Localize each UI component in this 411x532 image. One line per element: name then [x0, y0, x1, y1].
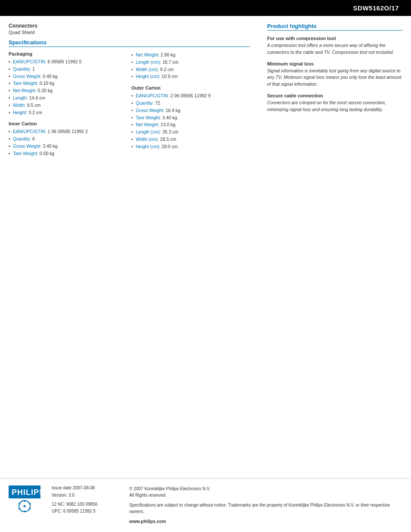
- spec-label: Gross Weight:: [13, 74, 41, 79]
- spec-label: Gross Weight:: [136, 108, 164, 113]
- nc-label: 12 NC: 9082 100 09856: [52, 501, 121, 508]
- list-item: Tare Weight: 0.50 kg: [9, 150, 127, 157]
- list-item: Tare Weight: 3.40 kg: [131, 114, 250, 121]
- svg-point-5: [19, 503, 20, 504]
- highlight-desc: Connectors are crimped on for the most s…: [267, 100, 402, 113]
- specs-col-left: Packaging EAN/UPC/GTIN: 6 09585 11992 5 …: [9, 51, 127, 162]
- svg-point-4: [24, 510, 25, 512]
- inner-carton-list: EAN/UPC/GTIN: 1 06 09585 11992 2 Quantit…: [9, 128, 127, 157]
- spec-value: 0.40 kg: [43, 74, 57, 79]
- list-item: Net Weight: 2.90 kg: [131, 51, 250, 59]
- footer-meta: Issue date 2007-09-08 Version: 3.0 12 NC…: [52, 485, 121, 515]
- spec-label: Length:: [13, 95, 28, 100]
- spec-label: EAN/UPC/GTIN:: [13, 59, 47, 64]
- highlight-desc: A compression tool offers a more secure …: [267, 42, 402, 56]
- list-item: Gross Weight: 16.4 kg: [131, 107, 250, 114]
- spec-value: 35.3 cm: [162, 129, 178, 134]
- spec-value: 72: [155, 100, 160, 106]
- packaging-right-list: Net Weight: 2.90 kg Length (cm): 16.7 cm…: [131, 51, 250, 80]
- spec-value: 0.50 kg: [40, 151, 54, 156]
- philips-logo: PHILIPS: [9, 485, 43, 513]
- specifications-heading: Specifications: [9, 39, 250, 47]
- highlight-item-compression: For use with compression tool A compress…: [267, 36, 402, 56]
- spec-label: Height:: [13, 110, 27, 115]
- inner-carton-group: Inner Carton EAN/UPC/GTIN: 1 06 09585 11…: [9, 121, 127, 157]
- connectors-subtitle: Quad Shield: [9, 30, 250, 35]
- list-item: Width (cm): 9.2 cm: [131, 66, 250, 73]
- right-column: Product highlights For use with compress…: [258, 23, 402, 162]
- spec-label: Quantity:: [136, 100, 154, 106]
- highlight-item-cable-connection: Secure cable connection Connectors are c…: [267, 93, 402, 113]
- spec-value: 2.90 kg: [161, 52, 175, 57]
- spec-value: 6 09585 11992 5: [48, 59, 82, 64]
- spec-label: Net Weight:: [136, 122, 159, 127]
- list-item: Gross Weight: 0.40 kg: [9, 73, 127, 80]
- spec-label: Length (cm):: [136, 129, 161, 134]
- footer: PHILIPS Issue date 2007-09-08 Version: 3…: [0, 478, 411, 532]
- list-item: Width: 9.5 cm: [9, 102, 127, 109]
- connectors-title: Connectors: [9, 23, 250, 29]
- spec-value: 16.4 kg: [165, 108, 180, 113]
- spec-value: 2 06 09585 11992 9: [171, 93, 211, 98]
- spec-label: Net Weight:: [136, 52, 159, 57]
- spec-label: Quantity:: [13, 66, 31, 72]
- website-link[interactable]: www.philips.com: [129, 518, 402, 525]
- list-item: Quantity: 6: [9, 135, 127, 143]
- spec-value: 10.9 cm: [162, 74, 177, 79]
- spec-value: 9.2 cm: [160, 67, 174, 72]
- spec-label: Tare Weight:: [13, 151, 38, 156]
- svg-point-7: [19, 508, 20, 510]
- list-item: Height: 3.2 cm: [9, 109, 127, 116]
- list-item: Length: 14.6 cm: [9, 94, 127, 102]
- spec-label: EAN/UPC/GTIN:: [136, 93, 169, 98]
- list-item: Length (cm): 35.3 cm: [131, 128, 250, 136]
- list-item: Height (cm): 10.9 cm: [131, 73, 250, 80]
- page: SDW5162O/17 Connectors Quad Shield Speci…: [0, 0, 411, 532]
- highlight-desc: Signal information is inevitably lost go…: [267, 68, 402, 88]
- spec-label: Net Weight:: [13, 88, 37, 93]
- copyright-text: © 2007 Koninklijke Philips Electronics N…: [129, 485, 402, 492]
- list-item: EAN/UPC/GTIN: 1 06 09585 11992 2: [9, 128, 127, 135]
- spec-value: 0.30 kg: [38, 88, 53, 93]
- list-item: Length (cm): 16.7 cm: [131, 59, 250, 66]
- list-item: Net Weight: 0.30 kg: [9, 87, 127, 94]
- list-item: EAN/UPC/GTIN: 6 09585 11992 5: [9, 58, 127, 65]
- spec-label: Width (cm):: [136, 67, 159, 72]
- list-item: Width (cm): 28.5 cm: [131, 136, 250, 143]
- inner-carton-title: Inner Carton: [9, 121, 127, 126]
- spec-label: Gross Weight:: [13, 143, 41, 149]
- header-bar: SDW5162O/17: [0, 0, 411, 16]
- spec-label: EAN/UPC/GTIN:: [13, 129, 47, 134]
- copyright-block: © 2007 Koninklijke Philips Electronics N…: [129, 485, 402, 498]
- footer-legal: © 2007 Koninklijke Philips Electronics N…: [129, 485, 402, 525]
- highlight-title: For use with compression tool: [267, 36, 402, 41]
- outer-carton-group: Outer Carton EAN/UPC/GTIN: 2 06 09585 11…: [131, 85, 250, 150]
- spec-value: 9.5 cm: [27, 103, 41, 108]
- svg-point-8: [29, 508, 31, 510]
- highlight-item-signal-loss: Minimum signal loss Signal information i…: [267, 61, 402, 88]
- spec-label: Height (cm):: [136, 74, 160, 79]
- rights-text: All Rights reserved.: [129, 492, 402, 498]
- list-item: Net Weight: 13.0 kg: [131, 121, 250, 128]
- footer-nc: 12 NC: 9082 100 09856 UPC: 6 09585 11992…: [52, 501, 121, 515]
- packaging-right-group: Net Weight: 2.90 kg Length (cm): 16.7 cm…: [131, 51, 250, 80]
- spec-value: 3.2 cm: [28, 110, 42, 115]
- left-column: Connectors Quad Shield Specifications Pa…: [9, 23, 258, 162]
- spec-value: 0.10 kg: [40, 81, 54, 86]
- list-item: Height (cm): 29.0 cm: [131, 143, 250, 150]
- packaging-title: Packaging: [9, 51, 127, 56]
- issue-date: Issue date 2007-09-08: [52, 485, 121, 490]
- spec-value: 28.5 cm: [160, 137, 176, 142]
- version: Version: 3.0: [52, 493, 121, 498]
- spec-value: 13.0 kg: [161, 122, 175, 127]
- spec-value: 1 06 09585 11992 2: [48, 129, 88, 134]
- highlights-heading: Product highlights: [267, 23, 402, 31]
- spec-value: 3.40 kg: [162, 115, 177, 120]
- spec-value: 29.0 cm: [162, 144, 177, 149]
- disclaimer-text: Specifications are subject to change wit…: [129, 502, 402, 515]
- svg-point-3: [24, 500, 25, 502]
- highlight-title: Minimum signal loss: [267, 61, 402, 66]
- highlight-title: Secure cable connection: [267, 93, 402, 98]
- upc-label: UPC: 6 09585 11992 5: [52, 508, 121, 515]
- specs-columns: Packaging EAN/UPC/GTIN: 6 09585 11992 5 …: [9, 51, 250, 162]
